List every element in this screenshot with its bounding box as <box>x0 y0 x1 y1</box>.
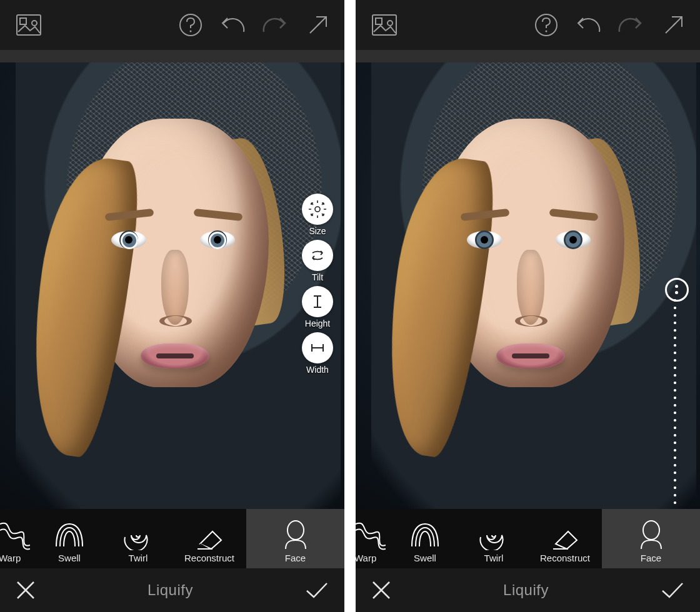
svg-point-4 <box>190 31 192 32</box>
face-tool-label: Width <box>306 365 329 375</box>
tool-label: Reconstruct <box>184 553 234 563</box>
width-icon <box>302 332 333 363</box>
tool-warp[interactable]: Warp <box>356 509 391 568</box>
tool-label: Twirl <box>129 553 148 563</box>
tool-warp[interactable]: Warp <box>0 509 35 568</box>
svg-point-13 <box>288 521 304 540</box>
twirl-icon <box>479 520 509 550</box>
tool-label: Warp <box>354 553 376 563</box>
cancel-button[interactable] <box>371 580 392 601</box>
fullscreen-icon[interactable] <box>308 14 329 36</box>
screenshot-right: Warp Swell Twirl Reconstruct <box>356 0 700 612</box>
svg-point-2 <box>32 21 37 26</box>
undo-icon[interactable] <box>219 14 246 36</box>
face-tool-label: Tilt <box>312 272 323 282</box>
warp-icon <box>356 520 386 550</box>
slider-track <box>674 297 676 509</box>
top-toolbar <box>356 0 700 50</box>
tool-label: Swell <box>414 553 436 563</box>
tool-face[interactable]: Face <box>602 509 700 568</box>
face-tool-height[interactable]: Height <box>302 286 333 328</box>
tool-label: Reconstruct <box>540 553 590 563</box>
confirm-bar: Liquify <box>0 568 344 612</box>
liquify-tools: Warp Swell Twirl Reconstruct <box>0 509 344 568</box>
compare-icon[interactable] <box>16 14 41 36</box>
tool-twirl[interactable]: Twirl <box>104 509 172 568</box>
svg-rect-1 <box>20 18 26 24</box>
face-tool-tilt[interactable]: Tilt <box>302 240 333 282</box>
svg-point-5 <box>315 207 320 212</box>
vertical-slider[interactable] <box>674 278 676 509</box>
eye-marker-right[interactable] <box>209 232 226 249</box>
tool-swell[interactable]: Swell <box>35 509 104 568</box>
cancel-button[interactable] <box>15 580 36 601</box>
tool-reconstruct[interactable]: Reconstruct <box>172 509 246 568</box>
eye-marker-left[interactable] <box>121 232 138 249</box>
help-icon[interactable] <box>179 13 202 37</box>
canvas[interactable]: Size Tilt Height <box>0 62 344 509</box>
face-tool-label: Height <box>305 318 330 328</box>
tool-swell[interactable]: Swell <box>391 509 459 568</box>
face-tool-label: Size <box>309 226 326 236</box>
face-tools-panel: Size Tilt Height <box>302 194 333 375</box>
fullscreen-icon[interactable] <box>663 14 684 36</box>
help-icon[interactable] <box>534 13 558 37</box>
twirl-icon <box>123 520 153 550</box>
mode-title: Liquify <box>503 581 549 599</box>
svg-point-18 <box>546 31 548 32</box>
confirm-button[interactable] <box>660 581 685 600</box>
face-icon <box>638 520 665 550</box>
confirm-button[interactable] <box>304 581 329 600</box>
tilt-icon <box>302 240 333 271</box>
eraser-icon <box>194 525 225 550</box>
slider-handle[interactable] <box>665 278 689 302</box>
tool-label: Face <box>285 553 306 563</box>
tool-label: Face <box>641 553 661 563</box>
face-tool-size[interactable]: Size <box>302 194 333 236</box>
swell-icon <box>409 520 441 550</box>
tool-twirl[interactable]: Twirl <box>459 509 528 568</box>
eraser-icon <box>549 525 581 550</box>
mode-title: Liquify <box>148 581 193 599</box>
tool-face[interactable]: Face <box>246 509 344 568</box>
tool-label: Warp <box>0 553 21 563</box>
toolbar-shadow <box>356 50 700 62</box>
face-tool-width[interactable]: Width <box>302 332 333 375</box>
compare-icon[interactable] <box>372 14 397 36</box>
canvas[interactable] <box>356 62 700 509</box>
toolbar-shadow <box>0 50 344 62</box>
svg-rect-15 <box>376 18 382 24</box>
redo-icon[interactable] <box>617 14 644 36</box>
tool-reconstruct[interactable]: Reconstruct <box>528 509 602 568</box>
warp-icon <box>0 520 30 550</box>
redo-icon[interactable] <box>261 14 289 36</box>
tool-label: Swell <box>58 553 81 563</box>
swell-icon <box>54 520 85 550</box>
liquify-tools: Warp Swell Twirl Reconstruct <box>356 509 700 568</box>
top-toolbar <box>0 0 344 50</box>
face-icon <box>282 520 309 550</box>
screenshot-left: Size Tilt Height <box>0 0 344 612</box>
size-icon <box>302 194 333 225</box>
svg-point-20 <box>643 521 659 540</box>
svg-point-16 <box>388 21 392 26</box>
confirm-bar: Liquify <box>356 568 700 612</box>
undo-icon[interactable] <box>574 14 602 36</box>
tool-label: Twirl <box>484 553 504 563</box>
height-icon <box>302 286 333 317</box>
